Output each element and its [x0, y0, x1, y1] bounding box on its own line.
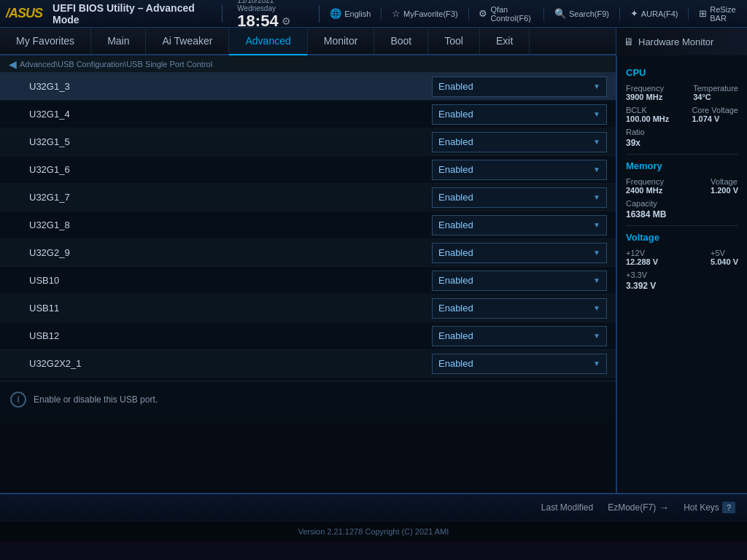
table-row[interactable]: U32G1_8Enabled▼: [0, 211, 616, 239]
table-row[interactable]: U32G1_5Enabled▼: [0, 128, 616, 156]
breadcrumb-text: Advanced\USB Configuration\USB Single Po…: [20, 60, 212, 69]
usb-dropdown-U32G1_3[interactable]: Enabled▼: [432, 77, 607, 97]
nav-bar: My FavoritesMainAi TweakerAdvancedMonito…: [0, 28, 747, 55]
mem-cap-value: 16384 MB: [626, 209, 738, 219]
table-row[interactable]: U32G2X2_1Enabled▼: [0, 350, 616, 378]
usb-label-U32G1_8: U32G1_8: [29, 219, 432, 230]
footer: Version 2.21.1278 Copyright (C) 2021 AMI: [0, 521, 747, 541]
table-row[interactable]: U32G2_9Enabled▼: [0, 239, 616, 267]
cpu-corevolt-value: 1.074 V: [692, 114, 738, 123]
dropdown-arrow-icon: ▼: [593, 138, 600, 146]
nav-item-advanced[interactable]: Advanced: [229, 28, 307, 55]
qfan-icon: ⚙: [479, 8, 487, 19]
usb-value-U32G2_9: Enabled: [438, 247, 473, 258]
table-row[interactable]: USB11Enabled▼: [0, 295, 616, 322]
header-title: UEFI BIOS Utility – Advanced Mode: [53, 2, 212, 26]
hw-monitor-header-label: 🖥 Hardware Monitor: [616, 36, 721, 47]
dropdown-arrow-icon: ▼: [593, 304, 600, 312]
header-tool-language[interactable]: 🌐English: [330, 8, 371, 19]
monitor-icon: 🖥: [624, 36, 634, 47]
table-row[interactable]: U32G1_4Enabled▼: [0, 101, 616, 128]
memory-section-title: Memory: [626, 160, 738, 171]
volt-33-value: 3.392 V: [626, 281, 738, 291]
header-divider: [319, 5, 320, 23]
volt-12-row: +12V 12.288 V +5V 5.040 V: [626, 249, 738, 266]
usb-label-U32G2X2_1: U32G2X2_1: [29, 358, 432, 369]
usb-dropdown-U32G1_7[interactable]: Enabled▼: [432, 187, 607, 208]
nav-item-boot[interactable]: Boot: [374, 28, 428, 54]
header-tool-resizebar[interactable]: ⊞ReSize BAR: [699, 5, 741, 23]
myfavorite-icon: ☆: [392, 8, 400, 19]
ez-mode-action[interactable]: EzMode(F7) →: [608, 502, 669, 513]
nav-item-my-favorites[interactable]: My Favorites: [0, 28, 91, 54]
usb-label-U32G1_6: U32G1_6: [29, 164, 432, 175]
usb-list: U32G1_3Enabled▼U32G1_4Enabled▼U32G1_5Ena…: [0, 73, 616, 378]
header-tool-qfan[interactable]: ⚙Qfan Control(F6): [479, 5, 533, 23]
usb-dropdown-U32G1_8[interactable]: Enabled▼: [432, 215, 607, 236]
cpu-freq-value: 3900 MHz: [626, 93, 664, 101]
header-tool-aura[interactable]: ✦AURA(F4): [630, 8, 678, 19]
usb-dropdown-U32G1_5[interactable]: Enabled▼: [432, 132, 607, 152]
resizebar-label: ReSize BAR: [710, 5, 741, 23]
aura-label: AURA(F4): [641, 9, 678, 18]
cpu-bclk-row: BCLK 100.00 MHz Core Voltage 1.074 V: [626, 106, 738, 123]
usb-label-USB10: USB10: [29, 275, 432, 286]
usb-dropdown-U32G1_6[interactable]: Enabled▼: [432, 160, 607, 180]
nav-item-exit[interactable]: Exit: [480, 28, 530, 54]
language-icon: 🌐: [330, 8, 341, 19]
header-divider: [222, 5, 222, 23]
search-label: Search(F9): [569, 9, 609, 18]
dropdown-arrow-icon: ▼: [593, 193, 600, 201]
table-row[interactable]: U32G1_7Enabled▼: [0, 184, 616, 211]
cpu-freq-row: Frequency 3900 MHz Temperature 34°C: [626, 84, 738, 101]
dropdown-arrow-icon: ▼: [593, 249, 600, 257]
usb-value-U32G1_7: Enabled: [438, 192, 473, 203]
usb-dropdown-USB11[interactable]: Enabled▼: [432, 298, 607, 319]
usb-dropdown-U32G1_4[interactable]: Enabled▼: [432, 104, 607, 125]
breadcrumb: ◀ Advanced\USB Configuration\USB Single …: [0, 55, 616, 73]
usb-dropdown-USB12[interactable]: Enabled▼: [432, 326, 607, 346]
cpu-section-title: CPU: [626, 67, 738, 78]
breadcrumb-back-icon[interactable]: ◀: [9, 58, 17, 70]
last-modified-action[interactable]: Last Modified: [541, 502, 593, 513]
dropdown-arrow-icon: ▼: [593, 110, 600, 118]
mem-freq-label: Frequency: [626, 177, 664, 186]
nav-item-monitor[interactable]: Monitor: [308, 28, 375, 54]
usb-dropdown-USB10[interactable]: Enabled▼: [432, 271, 607, 291]
dropdown-arrow-icon: ▼: [593, 332, 600, 340]
nav-item-main[interactable]: Main: [91, 28, 146, 54]
ez-mode-arrow-icon: →: [659, 502, 669, 513]
table-row[interactable]: USB12Enabled▼: [0, 322, 616, 350]
main-area: ◀ Advanced\USB Configuration\USB Single …: [0, 55, 747, 493]
nav-item-tool[interactable]: Tool: [428, 28, 480, 54]
cpu-temp-label: Temperature: [693, 84, 738, 93]
info-text: Enable or disable this USB port.: [34, 394, 158, 405]
aura-icon: ✦: [630, 8, 638, 19]
header-tool-myfavorite[interactable]: ☆MyFavorite(F3): [392, 8, 458, 19]
table-row[interactable]: U32G1_3Enabled▼: [0, 73, 616, 101]
mem-freq-row: Frequency 2400 MHz Voltage 1.200 V: [626, 177, 738, 195]
myfavorite-label: MyFavorite(F3): [403, 9, 458, 18]
usb-dropdown-U32G2_9[interactable]: Enabled▼: [432, 243, 607, 263]
datetime-area: 11/10/2021 Wednesday 18:54 ⚙: [237, 0, 309, 31]
hot-keys-action[interactable]: Hot Keys ?: [684, 502, 735, 513]
cpu-ratio-value: 39x: [626, 138, 738, 148]
search-icon: 🔍: [554, 8, 566, 19]
mem-volt-value: 1.200 V: [711, 186, 738, 195]
left-content: ◀ Advanced\USB Configuration\USB Single …: [0, 55, 616, 493]
gear-icon[interactable]: ⚙: [282, 16, 291, 27]
volt-12-value: 12.288 V: [626, 257, 658, 266]
usb-value-U32G1_8: Enabled: [438, 219, 473, 230]
usb-label-USB11: USB11: [29, 303, 432, 314]
info-icon: i: [10, 392, 26, 408]
header-tool-search[interactable]: 🔍Search(F9): [554, 8, 609, 19]
usb-label-U32G2_9: U32G2_9: [29, 247, 432, 258]
table-row[interactable]: U32G1_6Enabled▼: [0, 156, 616, 184]
resizebar-icon: ⊞: [699, 8, 707, 19]
usb-value-U32G1_5: Enabled: [438, 136, 473, 147]
table-row[interactable]: USB10Enabled▼: [0, 267, 616, 295]
mem-volt-label: Voltage: [711, 177, 738, 186]
hot-keys-icon: ?: [722, 502, 735, 513]
nav-item-ai-tweaker[interactable]: Ai Tweaker: [146, 28, 229, 54]
usb-dropdown-U32G2X2_1[interactable]: Enabled▼: [432, 354, 607, 374]
